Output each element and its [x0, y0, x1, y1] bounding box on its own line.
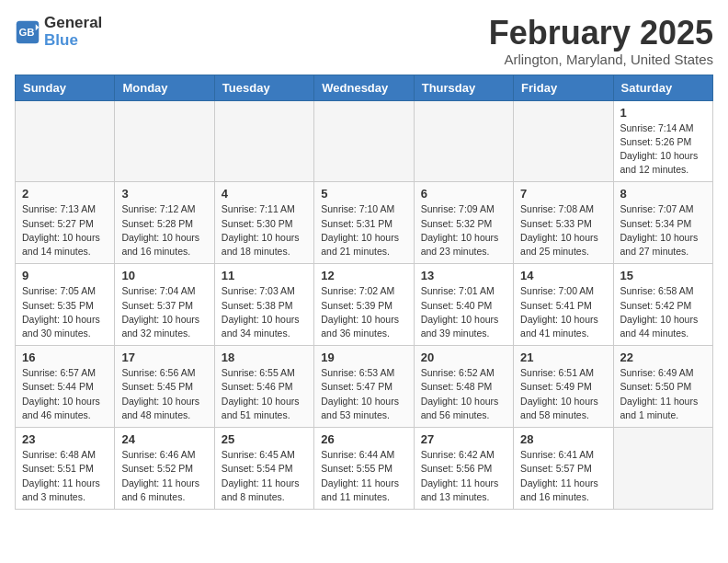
day-info: Sunrise: 7:04 AMSunset: 5:37 PMDaylight:… [121, 284, 207, 340]
calendar-cell [16, 100, 115, 182]
col-header-wednesday: Wednesday [314, 75, 414, 100]
logo-icon: GB [15, 19, 40, 45]
day-number: 5 [321, 187, 406, 201]
calendar-cell: 2Sunrise: 7:13 AMSunset: 5:27 PMDaylight… [16, 182, 115, 264]
day-info: Sunrise: 7:03 AMSunset: 5:38 PMDaylight:… [222, 284, 307, 340]
day-number: 12 [321, 269, 406, 282]
calendar-cell: 4Sunrise: 7:11 AMSunset: 5:30 PMDaylight… [214, 182, 313, 264]
logo-text: General Blue [44, 15, 102, 49]
calendar-header-row: SundayMondayTuesdayWednesdayThursdayFrid… [16, 75, 713, 100]
col-header-thursday: Thursday [414, 75, 513, 100]
day-info: Sunrise: 7:12 AMSunset: 5:28 PMDaylight:… [121, 202, 207, 259]
calendar: SundayMondayTuesdayWednesdayThursdayFrid… [15, 75, 713, 510]
day-info: Sunrise: 6:55 AMSunset: 5:46 PMDaylight:… [222, 366, 307, 422]
calendar-cell: 14Sunrise: 7:00 AMSunset: 5:41 PMDayligh… [514, 264, 613, 346]
col-header-sunday: Sunday [16, 75, 115, 100]
calendar-cell: 25Sunrise: 6:45 AMSunset: 5:54 PMDayligh… [214, 428, 313, 510]
location: Arlington, Maryland, United States [489, 52, 713, 67]
calendar-cell: 23Sunrise: 6:48 AMSunset: 5:51 PMDayligh… [16, 428, 115, 510]
day-number: 16 [22, 350, 108, 364]
month-title: February 2025 [489, 15, 713, 52]
day-info: Sunrise: 7:00 AMSunset: 5:41 PMDaylight:… [520, 284, 606, 340]
day-number: 8 [620, 187, 706, 201]
day-number: 2 [22, 187, 108, 201]
day-number: 23 [22, 432, 108, 446]
page-header: GB General Blue February 2025 Arlington,… [15, 15, 713, 67]
calendar-cell: 24Sunrise: 6:46 AMSunset: 5:52 PMDayligh… [115, 428, 214, 510]
day-info: Sunrise: 7:14 AMSunset: 5:26 PMDaylight:… [620, 121, 706, 178]
day-info: Sunrise: 6:44 AMSunset: 5:55 PMDaylight:… [321, 448, 406, 504]
day-number: 26 [321, 432, 406, 446]
col-header-monday: Monday [115, 75, 214, 100]
day-number: 19 [321, 350, 406, 364]
col-header-saturday: Saturday [613, 75, 712, 100]
day-info: Sunrise: 6:45 AMSunset: 5:54 PMDaylight:… [222, 448, 307, 504]
day-info: Sunrise: 6:48 AMSunset: 5:51 PMDaylight:… [22, 448, 108, 504]
calendar-cell: 3Sunrise: 7:12 AMSunset: 5:28 PMDaylight… [115, 182, 214, 264]
week-row-3: 9Sunrise: 7:05 AMSunset: 5:35 PMDaylight… [16, 264, 713, 346]
day-number: 27 [421, 432, 506, 446]
calendar-cell: 19Sunrise: 6:53 AMSunset: 5:47 PMDayligh… [314, 346, 414, 428]
calendar-cell [613, 428, 712, 510]
week-row-5: 23Sunrise: 6:48 AMSunset: 5:51 PMDayligh… [16, 428, 713, 510]
calendar-cell: 26Sunrise: 6:44 AMSunset: 5:55 PMDayligh… [314, 428, 414, 510]
calendar-cell: 15Sunrise: 6:58 AMSunset: 5:42 PMDayligh… [613, 264, 712, 346]
calendar-cell [214, 100, 313, 182]
week-row-4: 16Sunrise: 6:57 AMSunset: 5:44 PMDayligh… [16, 346, 713, 428]
day-info: Sunrise: 7:05 AMSunset: 5:35 PMDaylight:… [22, 284, 108, 340]
calendar-cell: 12Sunrise: 7:02 AMSunset: 5:39 PMDayligh… [314, 264, 414, 346]
day-info: Sunrise: 6:53 AMSunset: 5:47 PMDaylight:… [321, 366, 406, 422]
day-info: Sunrise: 6:41 AMSunset: 5:57 PMDaylight:… [520, 448, 606, 504]
calendar-cell: 7Sunrise: 7:08 AMSunset: 5:33 PMDaylight… [514, 182, 613, 264]
calendar-cell: 21Sunrise: 6:51 AMSunset: 5:49 PMDayligh… [514, 346, 613, 428]
day-number: 21 [520, 350, 606, 364]
calendar-cell: 1Sunrise: 7:14 AMSunset: 5:26 PMDaylight… [613, 100, 712, 182]
day-number: 4 [222, 187, 307, 201]
calendar-cell: 18Sunrise: 6:55 AMSunset: 5:46 PMDayligh… [214, 346, 313, 428]
day-number: 1 [620, 106, 706, 120]
calendar-cell: 20Sunrise: 6:52 AMSunset: 5:48 PMDayligh… [414, 346, 513, 428]
day-info: Sunrise: 7:11 AMSunset: 5:30 PMDaylight:… [222, 202, 307, 259]
week-row-2: 2Sunrise: 7:13 AMSunset: 5:27 PMDaylight… [16, 182, 713, 264]
calendar-cell: 22Sunrise: 6:49 AMSunset: 5:50 PMDayligh… [613, 346, 712, 428]
day-info: Sunrise: 6:42 AMSunset: 5:56 PMDaylight:… [421, 448, 506, 504]
calendar-cell [414, 100, 513, 182]
day-number: 20 [421, 350, 506, 364]
week-row-1: 1Sunrise: 7:14 AMSunset: 5:26 PMDaylight… [16, 100, 713, 182]
day-info: Sunrise: 6:58 AMSunset: 5:42 PMDaylight:… [620, 284, 706, 340]
svg-text:GB: GB [18, 26, 34, 37]
day-number: 28 [520, 432, 606, 446]
day-number: 15 [620, 269, 706, 282]
day-number: 3 [121, 187, 207, 201]
day-number: 10 [121, 269, 207, 282]
calendar-cell [314, 100, 414, 182]
day-info: Sunrise: 7:01 AMSunset: 5:40 PMDaylight:… [421, 284, 506, 340]
day-info: Sunrise: 7:02 AMSunset: 5:39 PMDaylight:… [321, 284, 406, 340]
calendar-cell: 28Sunrise: 6:41 AMSunset: 5:57 PMDayligh… [514, 428, 613, 510]
logo: GB General Blue [15, 15, 102, 49]
day-number: 6 [421, 187, 506, 201]
calendar-cell: 5Sunrise: 7:10 AMSunset: 5:31 PMDaylight… [314, 182, 414, 264]
day-info: Sunrise: 7:13 AMSunset: 5:27 PMDaylight:… [22, 202, 108, 259]
calendar-cell: 10Sunrise: 7:04 AMSunset: 5:37 PMDayligh… [115, 264, 214, 346]
day-info: Sunrise: 7:10 AMSunset: 5:31 PMDaylight:… [321, 202, 406, 259]
calendar-cell: 17Sunrise: 6:56 AMSunset: 5:45 PMDayligh… [115, 346, 214, 428]
calendar-cell: 16Sunrise: 6:57 AMSunset: 5:44 PMDayligh… [16, 346, 115, 428]
day-number: 22 [620, 350, 706, 364]
calendar-cell [514, 100, 613, 182]
day-info: Sunrise: 6:51 AMSunset: 5:49 PMDaylight:… [520, 366, 606, 422]
day-number: 25 [222, 432, 307, 446]
day-number: 18 [222, 350, 307, 364]
day-info: Sunrise: 6:46 AMSunset: 5:52 PMDaylight:… [121, 448, 207, 504]
day-info: Sunrise: 7:07 AMSunset: 5:34 PMDaylight:… [620, 202, 706, 259]
day-number: 24 [121, 432, 207, 446]
day-info: Sunrise: 6:52 AMSunset: 5:48 PMDaylight:… [421, 366, 506, 422]
calendar-cell: 11Sunrise: 7:03 AMSunset: 5:38 PMDayligh… [214, 264, 313, 346]
calendar-cell: 9Sunrise: 7:05 AMSunset: 5:35 PMDaylight… [16, 264, 115, 346]
day-info: Sunrise: 7:09 AMSunset: 5:32 PMDaylight:… [421, 202, 506, 259]
calendar-cell: 13Sunrise: 7:01 AMSunset: 5:40 PMDayligh… [414, 264, 513, 346]
day-number: 11 [222, 269, 307, 282]
day-number: 14 [520, 269, 606, 282]
col-header-friday: Friday [514, 75, 613, 100]
day-number: 9 [22, 269, 108, 282]
